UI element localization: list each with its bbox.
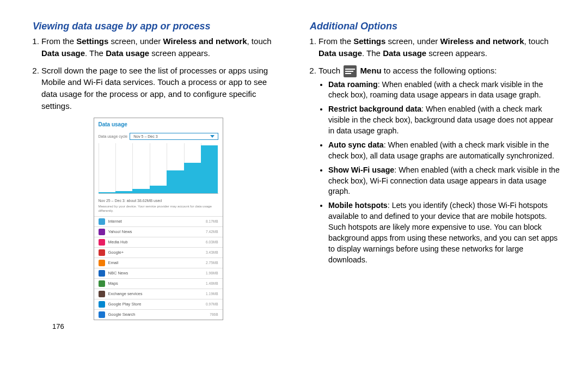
t: screen, under xyxy=(385,36,440,46)
usage-bar-chart xyxy=(99,143,218,194)
app-name: Internet xyxy=(108,219,203,224)
option-item: Mobile hotspots: Lets you identify (chec… xyxy=(328,200,561,265)
option-title: Data roaming xyxy=(328,80,378,89)
app-name: NBC News xyxy=(108,271,203,275)
app-row[interactable]: Media Hub6.03MB xyxy=(94,237,223,247)
app-icon xyxy=(99,280,105,287)
phone-title: Data usage xyxy=(94,118,223,133)
app-icon xyxy=(99,301,105,308)
t: . The xyxy=(362,48,383,58)
app-icon xyxy=(99,311,105,318)
app-icon xyxy=(99,260,105,266)
t: Data usage xyxy=(41,48,85,58)
t: From the xyxy=(41,36,76,46)
t: , touch xyxy=(247,36,272,46)
app-value: 6.03MB xyxy=(206,240,218,244)
data-usage-screenshot: Data usage Data usage cycle Nov 5 – Dec … xyxy=(94,118,223,320)
cycle-value: Nov 5 – Dec 3 xyxy=(133,134,157,138)
app-row[interactable]: Yahoo! News7.42MB xyxy=(94,226,223,237)
left-heading: Viewing data usage by app or process xyxy=(33,21,284,32)
app-name: Email xyxy=(108,260,203,265)
option-item: Restrict background data: When enabled (… xyxy=(328,104,561,137)
app-row[interactable]: NBC News1.98MB xyxy=(94,268,223,278)
t: . The xyxy=(85,48,106,58)
app-icon xyxy=(99,218,105,225)
usage-note: Measured by your device. Your service pr… xyxy=(94,204,223,216)
t: screen, under xyxy=(108,36,163,46)
app-value: 786B xyxy=(210,313,218,316)
app-row[interactable]: Google+3.43MB xyxy=(94,247,223,258)
option-desc: : Lets you identify (check) those Wi-Fi … xyxy=(328,201,558,264)
app-name: Exchange services xyxy=(108,291,203,296)
app-value: 0.97MB xyxy=(206,302,218,306)
app-value: 1.98MB xyxy=(206,271,218,275)
menu-icon xyxy=(344,65,357,77)
option-item: Auto sync data: When enabled (with a che… xyxy=(328,140,561,162)
t: screen appears. xyxy=(426,48,487,58)
app-name: Google Search xyxy=(108,312,207,317)
t: Data usage xyxy=(383,48,426,58)
right-step-1: From the Settings screen, under Wireless… xyxy=(318,35,561,59)
t: Data usage xyxy=(318,48,362,58)
t: Wireless and network xyxy=(440,36,524,46)
t: , touch xyxy=(524,36,549,46)
option-title: Auto sync data xyxy=(328,140,384,149)
app-name: Google+ xyxy=(108,250,203,255)
app-icon xyxy=(99,229,105,235)
app-icon xyxy=(99,291,105,297)
t: Data usage xyxy=(106,48,149,58)
app-name: Google Play Store xyxy=(108,302,203,307)
app-value: 8.17MB xyxy=(206,219,218,223)
app-row[interactable]: Google Search786B xyxy=(94,309,223,320)
cycle-dropdown[interactable]: Nov 5 – Dec 3 xyxy=(130,133,218,140)
t: Settings xyxy=(76,36,108,46)
app-icon xyxy=(99,249,105,256)
app-value: 2.75MB xyxy=(206,261,218,265)
app-value: 3.43MB xyxy=(206,250,218,254)
option-title: Mobile hotspots xyxy=(328,201,388,210)
app-row[interactable]: Exchange services1.19MB xyxy=(94,289,223,299)
usage-summary: Nov 25 – Dec 3: about 38.62MB used xyxy=(94,194,223,204)
app-name: Media Hub xyxy=(108,240,203,244)
option-title: Restrict background data xyxy=(328,105,421,113)
app-name: Yahoo! News xyxy=(108,229,203,234)
app-row[interactable]: Google Play Store0.97MB xyxy=(94,299,223,309)
cycle-label: Data usage cycle xyxy=(99,134,128,138)
app-name: Maps xyxy=(108,281,203,286)
t: screen appears. xyxy=(149,48,210,58)
app-row[interactable]: Maps1.48MB xyxy=(94,278,223,289)
left-step-1: From the Settings screen, under Wireless… xyxy=(41,35,284,59)
app-value: 1.19MB xyxy=(206,292,218,296)
app-icon xyxy=(99,270,105,277)
t: Settings xyxy=(353,36,385,46)
app-value: 1.48MB xyxy=(206,281,218,285)
option-item: Data roaming: When enabled (with a check… xyxy=(328,79,561,101)
right-heading: Additional Options xyxy=(310,21,561,32)
app-icon xyxy=(99,239,105,246)
t: Wireless and network xyxy=(163,36,247,46)
right-step-2: Touch Menu to access the following optio… xyxy=(318,65,561,266)
t: From the xyxy=(318,36,353,46)
app-row[interactable]: Email2.75MB xyxy=(94,258,223,268)
page-number: 176 xyxy=(52,322,284,330)
option-item: Show Wi-Fi usage: When enabled (with a c… xyxy=(328,165,561,198)
t: to access the following options: xyxy=(382,66,497,75)
t: Menu xyxy=(360,66,381,75)
left-step-2: Scroll down the page to see the list of … xyxy=(41,65,284,112)
option-title: Show Wi-Fi usage xyxy=(328,166,394,174)
app-value: 7.42MB xyxy=(206,230,218,234)
app-row[interactable]: Internet8.17MB xyxy=(94,216,223,226)
t: Touch xyxy=(318,66,342,75)
chevron-down-icon xyxy=(210,135,215,138)
